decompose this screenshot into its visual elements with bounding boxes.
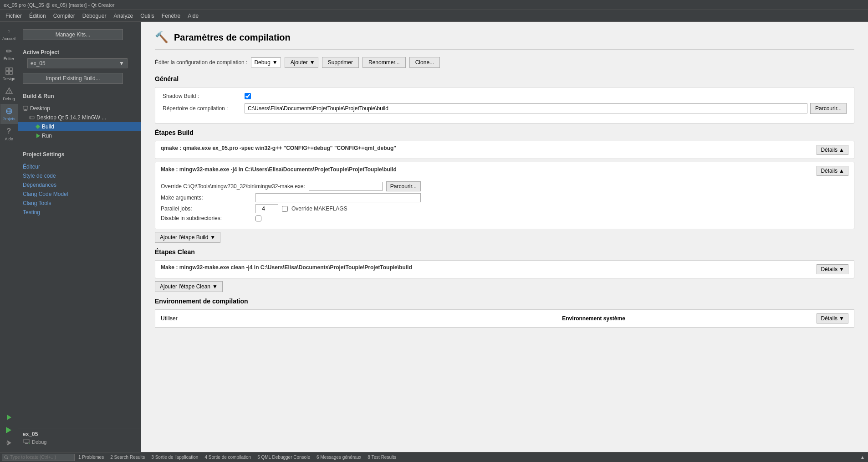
config-select[interactable]: Debug ▼ <box>251 57 281 67</box>
bottom-tab-problemes[interactable]: 1 Problèmes <box>76 454 107 461</box>
config-value: Debug <box>254 59 270 66</box>
build-icon <box>36 124 40 129</box>
menu-compiler[interactable]: Compiler <box>50 11 79 21</box>
tab-label-search: Search Results <box>114 455 145 460</box>
svg-marker-21 <box>36 124 40 129</box>
renommer-button[interactable]: Renommer... <box>363 57 406 68</box>
import-existing-button[interactable]: Import Existing Build... <box>23 73 123 84</box>
sidebar-label-design: Design <box>2 77 15 81</box>
tab-num-sortie-comp: 4 <box>204 455 207 460</box>
repertoire-input[interactable] <box>245 103 807 113</box>
tab-label-sortie-app: Sortie de l'application <box>155 455 199 460</box>
general-card: Shadow Build : Répertoire de compilation… <box>155 87 854 123</box>
shadow-build-label: Shadow Build : <box>163 93 245 99</box>
settings-style-code[interactable]: Style de code <box>18 171 141 180</box>
make-args-input[interactable] <box>255 193 421 202</box>
menu-deboquer[interactable]: Déboguer <box>79 11 110 21</box>
design-icon <box>5 67 14 76</box>
menu-edition[interactable]: Édition <box>26 11 50 21</box>
manage-kits-button[interactable]: Manage Kits... <box>23 29 123 40</box>
settings-clang-tools[interactable]: Clang Tools <box>18 199 141 208</box>
run-button[interactable] <box>2 412 16 423</box>
ajouter-button[interactable]: Ajouter ▼ <box>285 57 318 68</box>
env-row: Utiliser Environnement système Détails ▼ <box>155 309 854 328</box>
menu-fenetre[interactable]: Fenêtre <box>158 11 184 21</box>
config-dropdown-icon: ▼ <box>272 59 278 66</box>
env-details-button[interactable]: Détails ▼ <box>817 313 848 323</box>
make-details-button[interactable]: Détails ▲ <box>817 166 848 176</box>
bottom-tab-qml[interactable]: 5 QML Debugger Console <box>255 454 313 461</box>
sidebar-item-projets[interactable]: Projets <box>0 104 18 124</box>
qmake-title: qmake : qmake.exe ex_05.pro -spec win32-… <box>161 145 817 151</box>
svg-marker-22 <box>36 133 40 138</box>
settings-editeur[interactable]: Éditeur <box>18 162 141 171</box>
tree-item-desktop-qt[interactable]: Desktop Qt 5.14.2 MinGW ... <box>18 113 141 122</box>
project-select[interactable]: ex_05 ▼ <box>27 58 128 68</box>
bottom-tab-test[interactable]: 8 Test Results <box>365 454 399 461</box>
expand-arrow-icon[interactable]: ▲ <box>859 455 866 460</box>
menu-outils[interactable]: Outils <box>137 11 158 21</box>
make-description: mingw32-make.exe -j4 in C:\Users\Elisa\D… <box>179 166 397 173</box>
shadow-build-checkbox[interactable] <box>245 93 251 99</box>
qmake-description: qmake.exe ex_05.pro -spec win32-g++ "CON… <box>183 145 396 151</box>
bottom-tab-sortie-app[interactable]: 3 Sortie de l'application <box>148 454 201 461</box>
sidebar-item-editer[interactable]: ✏ Éditer <box>0 44 18 64</box>
menu-aide[interactable]: Aide <box>184 11 202 21</box>
add-build-step-button[interactable]: Ajouter l'étape Build ▼ <box>155 232 220 243</box>
env-name: Environnement système <box>562 315 625 322</box>
bottom-search <box>2 454 75 461</box>
clean-separator: : <box>176 264 179 271</box>
sidebar-item-accueil[interactable]: ⌂ Accueil <box>0 24 18 44</box>
repertoire-parcourir-button[interactable]: Parcourir... <box>810 103 847 114</box>
build-run-button[interactable] <box>2 425 16 436</box>
svg-rect-25 <box>24 444 29 444</box>
disable-subdirs-checkbox[interactable] <box>255 216 261 221</box>
tree-item-run[interactable]: Run <box>18 131 141 140</box>
stop-button[interactable] <box>2 437 16 448</box>
override-parcourir-button[interactable]: Parcourir... <box>386 181 421 191</box>
tab-label-sortie-comp: Sortie de compilation <box>209 455 251 460</box>
menu-fichier[interactable]: Fichier <box>2 11 26 21</box>
sidebar-label-debug: Debug <box>3 97 15 101</box>
qmake-content: qmake : qmake.exe ex_05.pro -spec win32-… <box>161 145 817 154</box>
clean-step: Make : mingw32-make.exe clean -j4 in C:\… <box>155 260 854 278</box>
titlebar-text: ex_05.pro (QL_05 @ ex_05) [master] - Qt … <box>4 2 115 8</box>
settings-testing[interactable]: Testing <box>18 208 141 217</box>
clone-button[interactable]: Clone... <box>409 57 440 68</box>
add-clean-step-button[interactable]: Ajouter l'étape Clean ▼ <box>155 281 223 292</box>
search-icon <box>4 455 9 460</box>
svg-point-6 <box>9 92 10 93</box>
active-project-title: Active Project <box>23 49 136 56</box>
sidebar-item-design[interactable]: Design <box>0 64 18 84</box>
parallel-spinbox[interactable] <box>255 204 278 213</box>
locate-input[interactable] <box>10 455 65 460</box>
projects-icon <box>5 107 14 116</box>
supprimer-button[interactable]: Supprimer <box>322 57 359 68</box>
clean-details-button[interactable]: Détails ▼ <box>817 264 848 274</box>
svg-rect-16 <box>23 106 28 109</box>
sidebar-item-debug[interactable]: Debug <box>0 84 18 104</box>
tree-item-build[interactable]: Build <box>18 122 141 131</box>
bottom-tab-messages[interactable]: 6 Messages généraux <box>314 454 364 461</box>
left-panel: Manage Kits... Active Project ex_05 ▼ Im… <box>18 22 141 452</box>
make-details-label: Détails <box>821 168 837 174</box>
settings-dependances[interactable]: Dépendances <box>18 180 141 190</box>
tab-label-test: Test Results <box>372 455 396 460</box>
tab-num-test: 8 <box>368 455 370 460</box>
bottom-tab-sortie-comp[interactable]: 4 Sortie de compilation <box>202 454 254 461</box>
tab-num-qml: 5 <box>257 455 260 460</box>
tab-label-qml: QML Debugger Console <box>261 455 310 460</box>
bottom-tab-search[interactable]: 2 Search Results <box>107 454 148 461</box>
override-makeflags-checkbox[interactable] <box>282 206 288 212</box>
settings-clang-model[interactable]: Clang Code Model <box>18 190 141 199</box>
etapes-clean-title: Étapes Clean <box>155 248 854 256</box>
sidebar-item-aide[interactable]: ? Aide <box>0 124 18 144</box>
add-clean-arrow-icon: ▼ <box>212 283 218 290</box>
menu-analyze[interactable]: Analyze <box>110 11 137 21</box>
bottom-right-controls: ▲ <box>859 455 866 460</box>
add-clean-label: Ajouter l'étape Clean <box>160 283 210 290</box>
svg-rect-2 <box>6 72 9 74</box>
qmake-details-button[interactable]: Détails ▲ <box>817 145 848 155</box>
tree-item-desktop[interactable]: Desktop <box>18 104 141 113</box>
override-input[interactable] <box>309 182 383 191</box>
